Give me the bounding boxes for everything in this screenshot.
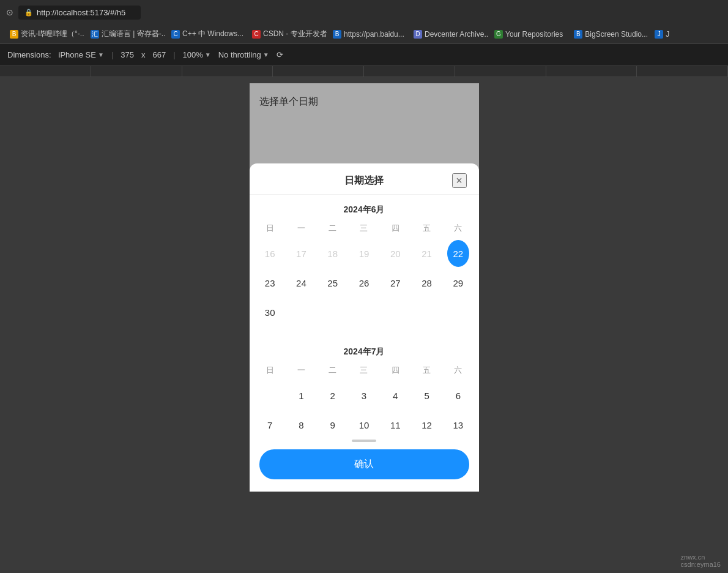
bookmark-b6[interactable]: DDevcenter Archive...: [409, 28, 488, 40]
device-chevron: ▼: [98, 51, 104, 58]
bookmark-label-b9: J: [666, 30, 669, 39]
address-bar[interactable]: 🔒 http://localhost:5173/#/h5: [18, 6, 141, 20]
bookmark-b5[interactable]: Bhttps://pan.baidu...: [328, 28, 407, 40]
weekdays-header-july: 日一二三四五六: [250, 362, 479, 378]
favicon-b9: J: [655, 30, 663, 39]
weekday-label: 四: [380, 220, 411, 236]
bookmark-label-b6: Devcenter Archive...: [425, 30, 488, 39]
weekday-label: 二: [317, 362, 348, 378]
url-text: http://localhost:5173/#/h5: [37, 8, 125, 17]
browser-top-bar: ⊙ 🔒 http://localhost:5173/#/h5: [0, 0, 728, 24]
calendar-day[interactable]: 30: [259, 299, 281, 326]
browser-icon: ⊙: [6, 7, 13, 17]
ruler-cell: [273, 66, 364, 77]
calendar-day[interactable]: 9: [322, 411, 344, 438]
favicon-b3: C: [171, 30, 180, 39]
calendar-day[interactable]: 26: [353, 269, 375, 296]
weekdays-header: 日一二三四五六: [250, 220, 479, 236]
device-selector[interactable]: iPhone SE ▼: [59, 50, 104, 59]
calendar-day[interactable]: 7: [259, 411, 281, 438]
calendar-day[interactable]: 22: [447, 240, 469, 267]
bookmark-label-b7: Your Repositories: [505, 30, 563, 39]
calendar-day[interactable]: 12: [416, 411, 438, 438]
calendar-day[interactable]: 8: [290, 411, 312, 438]
calendar-day[interactable]: 2: [322, 382, 344, 409]
calendar-day[interactable]: 23: [259, 269, 281, 296]
calendar-day[interactable]: 5: [416, 382, 438, 409]
calendar-day[interactable]: 6: [447, 382, 469, 409]
close-button[interactable]: ×: [452, 173, 467, 188]
mobile-frame: 选择单个日期 日期选择 × 2024年6月 日一二三四五六 1617181920…: [250, 83, 479, 492]
confirm-button[interactable]: 确认: [259, 449, 469, 479]
calendar-day[interactable]: 17: [290, 240, 312, 267]
calendar-day: [322, 299, 344, 326]
calendar-day[interactable]: 13: [447, 411, 469, 438]
rotate-icon[interactable]: ⟳: [277, 50, 283, 59]
calendar-day[interactable]: 16: [259, 240, 281, 267]
width-value[interactable]: 375: [121, 50, 134, 59]
calendar-day: [447, 299, 469, 326]
june-calendar-grid[interactable]: 161718192021222324252627282930: [250, 239, 479, 327]
weekday-label: 六: [442, 220, 474, 236]
weekday-label: 五: [411, 362, 442, 378]
calendar-day[interactable]: 3: [353, 382, 375, 409]
weekday-label: 二: [317, 220, 348, 236]
weekday-label: 三: [348, 362, 379, 378]
calendar-day[interactable]: 21: [416, 240, 438, 267]
devtools-bar: Dimensions: iPhone SE ▼ | 375 x 667 | 10…: [0, 44, 728, 66]
calendar-day[interactable]: 1: [290, 382, 312, 409]
weekday-label: 六: [442, 362, 474, 378]
scroll-indicator: [352, 440, 376, 442]
height-value[interactable]: 667: [152, 50, 166, 59]
calendar-day[interactable]: 27: [384, 269, 406, 296]
weekday-label: 日: [254, 362, 286, 378]
july-calendar-grid[interactable]: 12345678910111213: [250, 381, 479, 440]
bookmarks-bar: B资讯-哔哩哔哩（°-...汇汇编语言 | 寄存器-...CC++ 中 Wind…: [0, 24, 728, 44]
calendar-day[interactable]: 18: [322, 240, 344, 267]
ruler-cell: [637, 66, 728, 77]
throttle-selector[interactable]: No throttling ▼: [218, 50, 269, 59]
ruler-cell: [182, 66, 273, 77]
separator1: |: [111, 50, 113, 59]
bookmark-b8[interactable]: BBigScreen Studio...: [569, 28, 648, 40]
sheet-header: 日期选择 ×: [250, 163, 479, 195]
bookmark-b3[interactable]: CC++ 中 Windows...: [166, 27, 246, 41]
calendar-day[interactable]: 20: [384, 240, 406, 267]
favicon-b6: D: [414, 30, 422, 39]
calendar-day[interactable]: 24: [290, 269, 312, 296]
calendar-day[interactable]: 29: [447, 269, 469, 296]
zoom-selector[interactable]: 100% ▼: [183, 50, 211, 59]
calendar-day[interactable]: 10: [353, 411, 375, 438]
bookmark-b9[interactable]: JJ: [650, 28, 674, 40]
calendar-day[interactable]: 28: [416, 269, 438, 296]
throttle-value: No throttling: [218, 50, 261, 59]
bookmark-label-b2: 汇编语言 | 寄存器-...: [102, 29, 165, 39]
bookmark-label-b3: C++ 中 Windows...: [182, 29, 243, 39]
dimensions-label: Dimensions:: [7, 50, 51, 59]
weekday-label: 日: [254, 220, 286, 236]
calendar-day[interactable]: 4: [384, 382, 406, 409]
calendar-day: [384, 299, 406, 326]
ruler-cell: [91, 66, 182, 77]
bookmark-b2[interactable]: 汇汇编语言 | 寄存器-...: [86, 27, 165, 41]
x-label: x: [141, 50, 146, 59]
zoom-chevron: ▼: [205, 51, 211, 58]
calendar-day[interactable]: 19: [353, 240, 375, 267]
favicon-b2: 汇: [91, 30, 99, 39]
bookmark-b1[interactable]: B资讯-哔哩哔哩（°-...: [5, 27, 84, 41]
modal-overlay: 日期选择 × 2024年6月 日一二三四五六 16171819202122232…: [250, 83, 479, 492]
calendar-day[interactable]: 25: [322, 269, 344, 296]
favicon-b4: C: [252, 30, 261, 39]
ruler: [0, 66, 728, 77]
bookmark-b4[interactable]: CCSDN - 专业开发者...: [247, 27, 327, 41]
calendar-day: [259, 382, 281, 409]
ruler-cell: [364, 66, 455, 77]
favicon-b1: B: [10, 30, 18, 39]
bookmark-b7[interactable]: GYour Repositories: [489, 28, 568, 40]
calendar-day[interactable]: 11: [384, 411, 406, 438]
calendar-day: [416, 299, 438, 326]
weekday-label: 三: [348, 220, 379, 236]
throttle-chevron: ▼: [263, 51, 269, 58]
bookmark-label-b5: https://pan.baidu...: [344, 30, 404, 39]
weekday-label: 一: [286, 362, 317, 378]
